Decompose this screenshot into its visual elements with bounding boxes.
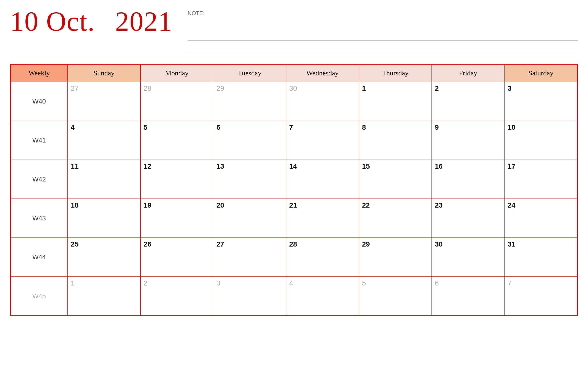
col-header-weekly: Weekly bbox=[11, 65, 68, 82]
note-line-2 bbox=[188, 34, 578, 41]
note-section: NOTE: bbox=[188, 8, 578, 59]
day-cell: 27 bbox=[213, 238, 286, 277]
day-cell: 23 bbox=[432, 199, 504, 238]
day-cell: 12 bbox=[140, 160, 213, 199]
note-label: NOTE: bbox=[188, 10, 578, 17]
week-label-w41: W41 bbox=[11, 121, 68, 160]
note-line-1 bbox=[188, 21, 578, 28]
header: 10 Oct. 2021 NOTE: bbox=[10, 8, 578, 59]
day-cell: 5 bbox=[359, 277, 432, 316]
date-year: 2021 bbox=[115, 8, 173, 35]
table-row: W4211121314151617 bbox=[11, 160, 577, 199]
day-cell: 13 bbox=[213, 160, 286, 199]
col-header-thursday: Thursday bbox=[359, 65, 432, 82]
note-line-3 bbox=[188, 46, 578, 53]
day-cell: 14 bbox=[286, 160, 359, 199]
day-cell: 24 bbox=[504, 199, 577, 238]
day-cell: 30 bbox=[432, 238, 504, 277]
col-header-wednesday: Wednesday bbox=[286, 65, 359, 82]
day-cell: 10 bbox=[504, 121, 577, 160]
table-row: W4027282930123 bbox=[11, 82, 577, 121]
day-cell: 3 bbox=[504, 82, 577, 121]
date-day: 10 Oct. bbox=[10, 8, 95, 35]
calendar-container: WeeklySundayMondayTuesdayWednesdayThursd… bbox=[10, 64, 578, 316]
table-row: W4145678910 bbox=[11, 121, 577, 160]
day-cell: 30 bbox=[286, 82, 359, 121]
col-header-friday: Friday bbox=[432, 65, 504, 82]
day-cell: 8 bbox=[359, 121, 432, 160]
day-cell: 15 bbox=[359, 160, 432, 199]
day-cell: 1 bbox=[68, 277, 140, 316]
day-cell: 18 bbox=[68, 199, 140, 238]
day-cell: 25 bbox=[68, 238, 140, 277]
calendar-table: WeeklySundayMondayTuesdayWednesdayThursd… bbox=[11, 64, 577, 316]
col-header-monday: Monday bbox=[140, 65, 213, 82]
day-cell: 26 bbox=[140, 238, 213, 277]
week-label-w45: W45 bbox=[11, 277, 68, 316]
day-cell: 19 bbox=[140, 199, 213, 238]
day-cell: 29 bbox=[213, 82, 286, 121]
day-cell: 11 bbox=[68, 160, 140, 199]
day-cell: 28 bbox=[286, 238, 359, 277]
col-header-sunday: Sunday bbox=[68, 65, 140, 82]
day-cell: 21 bbox=[286, 199, 359, 238]
col-header-saturday: Saturday bbox=[504, 65, 577, 82]
week-label-w44: W44 bbox=[11, 238, 68, 277]
day-cell: 6 bbox=[213, 121, 286, 160]
table-row: W451234567 bbox=[11, 277, 577, 316]
week-label-w42: W42 bbox=[11, 160, 68, 199]
day-cell: 2 bbox=[432, 82, 504, 121]
day-cell: 7 bbox=[286, 121, 359, 160]
day-cell: 2 bbox=[140, 277, 213, 316]
table-row: W4425262728293031 bbox=[11, 238, 577, 277]
day-cell: 4 bbox=[286, 277, 359, 316]
day-cell: 27 bbox=[68, 82, 140, 121]
week-label-w40: W40 bbox=[11, 82, 68, 121]
day-cell: 20 bbox=[213, 199, 286, 238]
day-cell: 1 bbox=[359, 82, 432, 121]
col-header-tuesday: Tuesday bbox=[213, 65, 286, 82]
date-section: 10 Oct. 2021 bbox=[10, 8, 173, 35]
day-cell: 22 bbox=[359, 199, 432, 238]
day-cell: 5 bbox=[140, 121, 213, 160]
day-cell: 31 bbox=[504, 238, 577, 277]
day-cell: 3 bbox=[213, 277, 286, 316]
table-row: W4318192021222324 bbox=[11, 199, 577, 238]
day-cell: 28 bbox=[140, 82, 213, 121]
week-label-w43: W43 bbox=[11, 199, 68, 238]
day-cell: 4 bbox=[68, 121, 140, 160]
day-cell: 9 bbox=[432, 121, 504, 160]
day-cell: 29 bbox=[359, 238, 432, 277]
day-cell: 7 bbox=[504, 277, 577, 316]
day-cell: 16 bbox=[432, 160, 504, 199]
day-cell: 6 bbox=[432, 277, 504, 316]
day-cell: 17 bbox=[504, 160, 577, 199]
